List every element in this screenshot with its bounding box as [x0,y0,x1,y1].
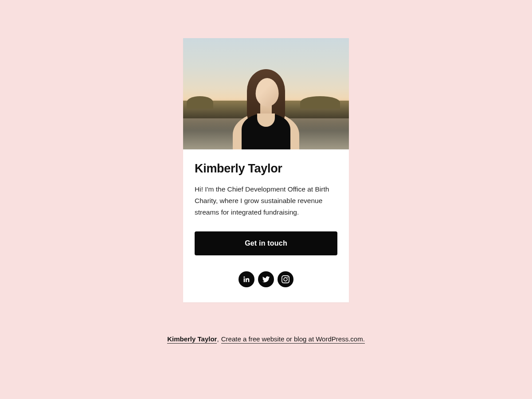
footer-wordpress-link[interactable]: Create a free website or blog at WordPre… [221,335,365,344]
linkedin-icon[interactable] [239,271,254,287]
footer: Kimberly Taylor, Create a free website o… [167,335,365,343]
get-in-touch-button[interactable]: Get in touch [195,231,337,255]
twitter-icon[interactable] [258,271,274,287]
footer-separator: , [217,335,219,343]
profile-bio: Hi! I'm the Chief Development Office at … [195,184,337,218]
profile-name: Kimberly Taylor [195,162,337,176]
profile-photo [183,38,349,149]
footer-site-link[interactable]: Kimberly Taylor [167,335,217,344]
card-body: Kimberly Taylor Hi! I'm the Chief Develo… [183,149,349,302]
instagram-icon[interactable] [278,271,293,287]
profile-card: Kimberly Taylor Hi! I'm the Chief Develo… [183,38,349,302]
social-links [195,271,337,287]
